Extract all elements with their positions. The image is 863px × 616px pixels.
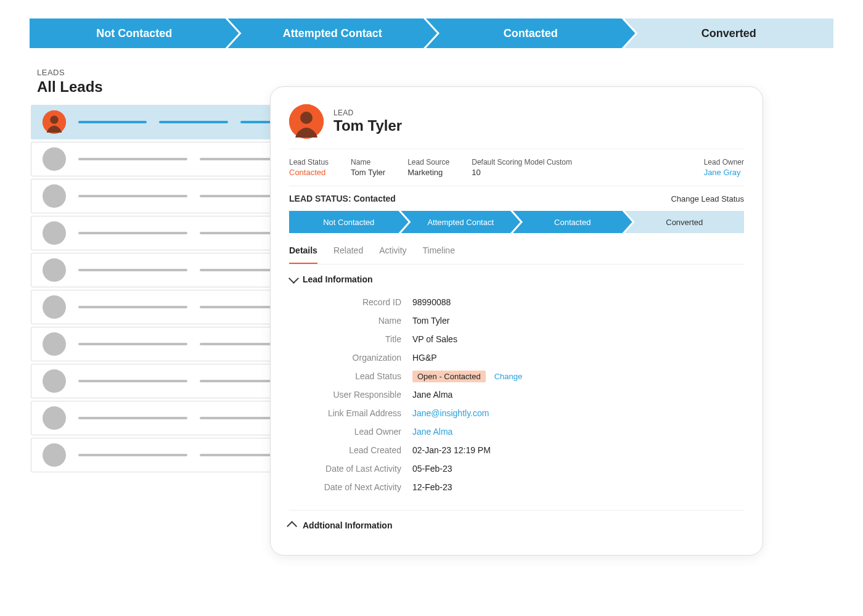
chevron-up-icon: [287, 521, 297, 532]
section-additional-information[interactable]: Addtional Information: [289, 511, 744, 536]
skeleton-line: [78, 269, 187, 271]
mini-pipeline: Not Contacted Attempted Contact Contacte…: [289, 211, 744, 233]
avatar: [43, 443, 66, 467]
avatar: [43, 184, 66, 208]
section-title: Lead Information: [303, 274, 373, 284]
pipeline-stage-not-contacted[interactable]: Not Contacted: [30, 18, 239, 48]
info-value: HG&P: [412, 353, 437, 363]
tab-timeline[interactable]: Timeline: [423, 238, 455, 264]
skeleton-line: [78, 343, 187, 345]
lead-name: Tom Tyler: [333, 117, 402, 134]
info-label: Link Email Address: [289, 408, 412, 418]
status-header: LEAD STATUS: Contacted Change Lead Statu…: [289, 186, 744, 211]
info-name: Name Tom Tyler: [289, 311, 744, 330]
info-value: Tom Tyler: [412, 316, 449, 326]
leads-eyebrow: LEADS: [37, 68, 103, 77]
svg-point-1: [50, 116, 58, 124]
status-label: LEAD STATUS: Contacted: [289, 194, 396, 203]
skeleton-line: [78, 121, 147, 123]
tab-related[interactable]: Related: [333, 238, 363, 264]
info-label: Title: [289, 334, 412, 344]
avatar: [43, 110, 66, 134]
skeleton-line: [78, 232, 187, 234]
leads-header: LEADS All Leads: [37, 68, 103, 96]
pipeline-top: Not Contacted Attempted Contact Contacte…: [30, 18, 833, 48]
summary-value: Marketing: [407, 168, 449, 177]
summary-label: Lead Status: [289, 158, 329, 166]
info-user-responsible: User Responsible Jane Alma: [289, 385, 744, 404]
tabs: Details Related Activity Timeline: [289, 238, 744, 265]
avatar: [43, 221, 66, 245]
summary-lead-source: Lead Source Marketing: [407, 158, 449, 177]
avatar: [43, 406, 66, 430]
info-value: VP of Sales: [412, 334, 457, 344]
info-value: 02-Jan-23 12:19 PM: [412, 445, 491, 455]
card-eyebrow: LEAD: [333, 109, 402, 117]
info-date-next-activity: Date of Next Activity 12-Feb-23: [289, 478, 744, 496]
skeleton-line: [78, 306, 187, 308]
info-label: Lead Created: [289, 445, 412, 455]
change-status-link[interactable]: Change: [494, 372, 523, 381]
info-label: Organization: [289, 353, 412, 363]
info-label: User Responsible: [289, 390, 412, 400]
lead-detail-card: LEAD Tom Tyler Lead Status Contacted Nam…: [270, 86, 763, 556]
info-value-link[interactable]: Jane Alma: [412, 427, 452, 437]
info-value: 05-Feb-23: [412, 464, 452, 474]
chevron-down-icon: [288, 273, 299, 284]
info-label: Lead Status: [289, 371, 412, 381]
pipeline-stage-contacted[interactable]: Contacted: [426, 18, 636, 48]
skeleton-line: [78, 417, 187, 419]
card-header: LEAD Tom Tyler: [289, 104, 744, 149]
info-lead-status: Lead Status Open - Contacted Change: [289, 367, 744, 385]
info-record-id: Record ID 98990088: [289, 293, 744, 311]
avatar: [43, 295, 66, 319]
skeleton-line: [78, 158, 187, 160]
section-title: Addtional Information: [303, 520, 392, 530]
skeleton-line: [78, 380, 187, 382]
section-lead-information[interactable]: Lead Information: [289, 265, 744, 290]
summary-row: Lead Status Contacted Name Tom Tyler Lea…: [289, 149, 744, 186]
mini-stage-converted[interactable]: Converted: [625, 211, 745, 233]
mini-stage-attempted-contact[interactable]: Attempted Contact: [401, 211, 521, 233]
info-label: Date of Last Activity: [289, 464, 412, 474]
summary-lead-status: Lead Status Contacted: [289, 158, 329, 177]
info-lead-owner: Lead Owner Jane Alma: [289, 422, 744, 441]
pipeline-stage-converted[interactable]: Converted: [624, 18, 834, 48]
info-label: Name: [289, 316, 412, 326]
status-badge: Open - Contacted: [412, 371, 486, 382]
summary-value-link[interactable]: Jane Gray: [704, 168, 744, 177]
avatar: [43, 332, 66, 356]
info-date-last-activity: Date of Last Activity 05-Feb-23: [289, 459, 744, 478]
summary-scoring-model: Default Scoring Model Custom 10: [472, 158, 572, 177]
avatar: [43, 258, 66, 282]
skeleton-line: [78, 195, 187, 197]
tab-details[interactable]: Details: [289, 238, 317, 264]
summary-lead-owner: Lead Owner Jane Gray: [704, 158, 744, 177]
leads-title: All Leads: [37, 78, 103, 96]
avatar: [43, 147, 66, 171]
tab-activity[interactable]: Activity: [379, 238, 406, 264]
info-organization: Organization HG&P: [289, 348, 744, 367]
info-value: 12-Feb-23: [412, 482, 452, 492]
skeleton-line: [159, 121, 227, 123]
info-label: Lead Owner: [289, 427, 412, 437]
summary-label: Lead Source: [407, 158, 449, 166]
avatar: [43, 369, 66, 393]
change-lead-status[interactable]: Change Lead Status: [671, 194, 744, 203]
avatar: [289, 104, 324, 139]
info-value: 98990088: [412, 297, 451, 307]
summary-label: Lead Owner: [704, 158, 744, 166]
summary-label: Name: [351, 158, 385, 166]
info-label: Record ID: [289, 297, 412, 307]
mini-stage-not-contacted[interactable]: Not Contacted: [289, 211, 409, 233]
svg-point-3: [300, 112, 313, 124]
summary-value: Tom Tyler: [351, 168, 385, 177]
info-label: Date of Next Activity: [289, 482, 412, 492]
info-value-link[interactable]: Jane@insightly.com: [412, 408, 489, 418]
info-lead-created: Lead Created 02-Jan-23 12:19 PM: [289, 441, 744, 459]
info-value: Jane Alma: [412, 390, 452, 400]
mini-stage-contacted[interactable]: Contacted: [513, 211, 632, 233]
summary-value: Contacted: [289, 168, 329, 177]
pipeline-stage-attempted-contact[interactable]: Attempted Contact: [228, 18, 438, 48]
skeleton-line: [78, 454, 187, 456]
